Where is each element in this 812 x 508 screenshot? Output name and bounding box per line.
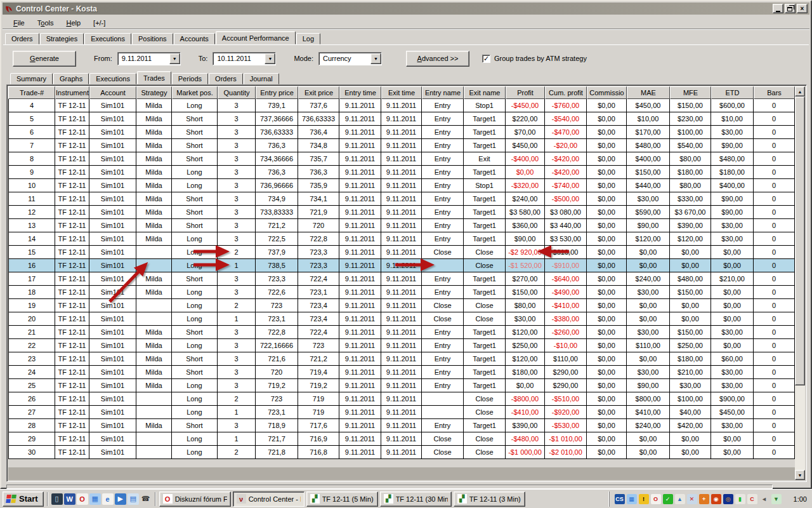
start-button[interactable]: Start bbox=[3, 491, 44, 507]
column-header-commissio[interactable]: Commissio bbox=[587, 86, 627, 99]
menu-item-[interactable]: [+/-] bbox=[88, 17, 111, 29]
table-row-trade-17[interactable]: 17TF 12-11Sim101MildaShort3723,3722,49.1… bbox=[8, 272, 795, 286]
tab-orders[interactable]: Orders bbox=[5, 33, 39, 44]
commander-icon[interactable]: ▦ bbox=[89, 493, 101, 505]
cs-tray-icon[interactable]: CS bbox=[615, 494, 625, 504]
table-row-trade-25[interactable]: 25TF 12-11Sim101MildaLong3719,2719,29.11… bbox=[8, 379, 795, 392]
scroll-down-icon[interactable]: ▼ bbox=[795, 470, 805, 480]
column-header-quantity[interactable]: Quantity bbox=[218, 86, 256, 99]
window-tray-icon[interactable]: ▦ bbox=[627, 494, 637, 504]
column-header-account[interactable]: Account bbox=[89, 86, 136, 99]
table-row-trade-6[interactable]: 6TF 12-11Sim101MildaShort3736,63333736,4… bbox=[8, 126, 795, 139]
report-tab-graphs[interactable]: Graphs bbox=[53, 73, 89, 84]
menu-item-help[interactable]: Help bbox=[60, 17, 86, 29]
generate-button[interactable]: Generate bbox=[13, 51, 76, 67]
network-signal-tray-icon[interactable]: ▲ bbox=[675, 494, 685, 504]
vertical-scrollbar[interactable]: ▲ ▼ bbox=[795, 86, 805, 480]
table-row-trade-19[interactable]: 19TF 12-11Sim101Long2723723,49.11.20119.… bbox=[8, 299, 795, 312]
security-alert-tray-icon[interactable]: ! bbox=[639, 494, 649, 504]
column-header-entry-name[interactable]: Entry name bbox=[422, 86, 464, 99]
table-row-trade-18[interactable]: 18TF 12-11Sim101MildaLong3722,6723,19.11… bbox=[8, 286, 795, 299]
table-row-trade-13[interactable]: 13TF 12-11Sim101MildaShort3721,27209.11.… bbox=[8, 219, 795, 232]
column-header-mfe[interactable]: MFE bbox=[670, 86, 711, 99]
avg-tray-icon[interactable]: ◉ bbox=[711, 494, 721, 504]
status-green-tray-icon[interactable]: ▮ bbox=[735, 494, 745, 504]
table-row-trade-30[interactable]: 30TF 12-11Sim101Long2721,8716,89.11.2011… bbox=[8, 446, 795, 459]
report-tab-trades[interactable]: Trades bbox=[137, 71, 171, 84]
table-row-trade-28[interactable]: 28TF 12-11Sim101MildaShort3718,9717,69.1… bbox=[8, 419, 795, 432]
table-row-trade-11[interactable]: 11TF 12-11Sim101MildaShort3734,9734,19.1… bbox=[8, 192, 795, 206]
tab-account-performance[interactable]: Account Performance bbox=[216, 31, 296, 44]
mode-select[interactable]: Currency ▼ bbox=[318, 52, 382, 65]
minimize-button[interactable] bbox=[773, 4, 783, 13]
to-date-select[interactable]: 10.11.2011 ▼ bbox=[213, 52, 276, 65]
column-header-profit[interactable]: Profit bbox=[506, 86, 545, 99]
table-row-trade-5[interactable]: 5TF 12-11Sim101MildaShort3737,36666736,6… bbox=[8, 112, 795, 126]
table-row-trade-8[interactable]: 8TF 12-11Sim101MildaShort3734,36666735,7… bbox=[8, 152, 795, 166]
table-row-trade-10[interactable]: 10TF 12-11Sim101MildaLong3736,96666735,9… bbox=[8, 179, 795, 192]
table-row-trade-23[interactable]: 23TF 12-11Sim101MildaShort3721,6721,29.1… bbox=[8, 352, 795, 366]
table-row-trade-26[interactable]: 26TF 12-11Sim101Long27237199.11.20119.11… bbox=[8, 392, 795, 406]
table-row-trade-22[interactable]: 22TF 12-11Sim101MildaLong3722,166667239.… bbox=[8, 339, 795, 352]
network-disabled-tray-icon[interactable]: ✕ bbox=[687, 494, 697, 504]
column-header-market-pos[interactable]: Market pos. bbox=[172, 86, 218, 99]
chevron-down-icon[interactable]: ▼ bbox=[169, 53, 180, 64]
column-header-exit-name[interactable]: Exit name bbox=[464, 86, 506, 99]
chevron-down-icon[interactable]: ▼ bbox=[265, 53, 275, 64]
mouse-tray-icon[interactable]: + bbox=[699, 494, 709, 504]
group-trades-checkbox[interactable]: ✓ bbox=[482, 55, 490, 63]
table-row-trade-21[interactable]: 21TF 12-11Sim101MildaShort3722,8722,49.1… bbox=[8, 326, 795, 339]
table-row-trade-15[interactable]: 15TF 12-11Sim101Long2737,9723,39.11.2011… bbox=[8, 246, 795, 259]
column-header-bars[interactable]: Bars bbox=[754, 86, 795, 99]
table-row-trade-12[interactable]: 12TF 12-11Sim101MildaShort3733,83333721,… bbox=[8, 206, 795, 219]
report-tab-journal[interactable]: Journal bbox=[244, 73, 279, 84]
dialer-icon[interactable]: ☎ bbox=[140, 493, 152, 505]
volume-tray-icon[interactable]: ◄ bbox=[759, 494, 769, 504]
table-row-trade-16[interactable]: 16TF 12-11Sim101Long1738,5723,39.11.2011… bbox=[8, 259, 795, 272]
internet-explorer-icon[interactable]: e bbox=[102, 493, 114, 505]
table-row-trade-9[interactable]: 9TF 12-11Sim101MildaLong3736,3736,39.11.… bbox=[8, 166, 795, 179]
report-tab-orders[interactable]: Orders bbox=[209, 73, 243, 84]
scroll-up-icon[interactable]: ▲ bbox=[795, 86, 805, 97]
opera-tray-icon[interactable]: O bbox=[651, 494, 661, 504]
column-header-exit-time[interactable]: Exit time bbox=[381, 86, 422, 99]
broadcast-tray-icon[interactable]: ◎ bbox=[723, 494, 733, 504]
table-row-trade-29[interactable]: 29TF 12-11Sim101Long1721,7716,99.11.2011… bbox=[8, 432, 795, 446]
task-control-center[interactable]: νControl Center - Kosta bbox=[233, 491, 304, 507]
clipboard-tray-icon[interactable]: C bbox=[747, 494, 757, 504]
column-header-strategy[interactable]: Strategy bbox=[136, 86, 172, 99]
table-row-trade-27[interactable]: 27TF 12-11Sim101Long1723,17199.11.20119.… bbox=[8, 406, 795, 419]
chevron-down-icon[interactable]: ▼ bbox=[370, 53, 381, 64]
table-row-trade-4[interactable]: 4TF 12-11Sim101MildaLong3739,1737,69.11.… bbox=[8, 99, 795, 112]
word-icon[interactable]: W bbox=[64, 493, 75, 505]
menu-item-file[interactable]: File bbox=[8, 17, 30, 29]
close-button[interactable]: × bbox=[797, 4, 808, 13]
title-bar[interactable]: Control Center - Kosta × bbox=[3, 3, 809, 15]
update-tray-icon[interactable]: ▼ bbox=[771, 494, 782, 504]
tab-executions[interactable]: Executions bbox=[84, 33, 131, 44]
mail-icon[interactable]: ▤ bbox=[128, 493, 139, 505]
column-header-cum-profit[interactable]: Cum. profit bbox=[545, 86, 587, 99]
scrollbar-thumb[interactable] bbox=[795, 97, 805, 385]
media-player-icon[interactable]: ▶ bbox=[115, 493, 126, 505]
tab-log[interactable]: Log bbox=[296, 33, 320, 44]
pda-icon[interactable]: ▯ bbox=[51, 493, 63, 505]
column-header-mae[interactable]: MAE bbox=[627, 86, 670, 99]
column-header-entry-time[interactable]: Entry time bbox=[339, 86, 381, 99]
column-header-etd[interactable]: ETD bbox=[711, 86, 754, 99]
task-chart-3min[interactable]: ▞TF 12-11 (3 Min) 9.... bbox=[454, 491, 525, 507]
report-tab-summary[interactable]: Summary bbox=[10, 73, 53, 84]
task-chart-30min[interactable]: ▞TF 12-11 (30 Min) 1... bbox=[380, 491, 452, 507]
antivirus-tray-icon[interactable]: ✓ bbox=[663, 494, 673, 504]
task-chart-5min[interactable]: ▞TF 12-11 (5 Min) 10... bbox=[306, 491, 378, 507]
advanced-button[interactable]: Advanced >> bbox=[406, 51, 469, 67]
column-header-exit-price[interactable]: Exit price bbox=[298, 86, 339, 99]
tab-positions[interactable]: Positions bbox=[132, 33, 173, 44]
table-row-trade-14[interactable]: 14TF 12-11Sim101MildaLong3722,5722,89.11… bbox=[8, 232, 795, 246]
task-opera-forum[interactable]: ODiskuzní fórum Fina... bbox=[159, 491, 231, 507]
column-header-trade[interactable]: Trade-# bbox=[8, 86, 55, 99]
tab-strategies[interactable]: Strategies bbox=[40, 33, 84, 44]
restore-button[interactable] bbox=[785, 4, 796, 13]
table-row-trade-20[interactable]: 20TF 12-11Sim101Long1723,1723,49.11.2011… bbox=[8, 312, 795, 326]
from-date-select[interactable]: 9.11.2011 ▼ bbox=[117, 52, 181, 65]
